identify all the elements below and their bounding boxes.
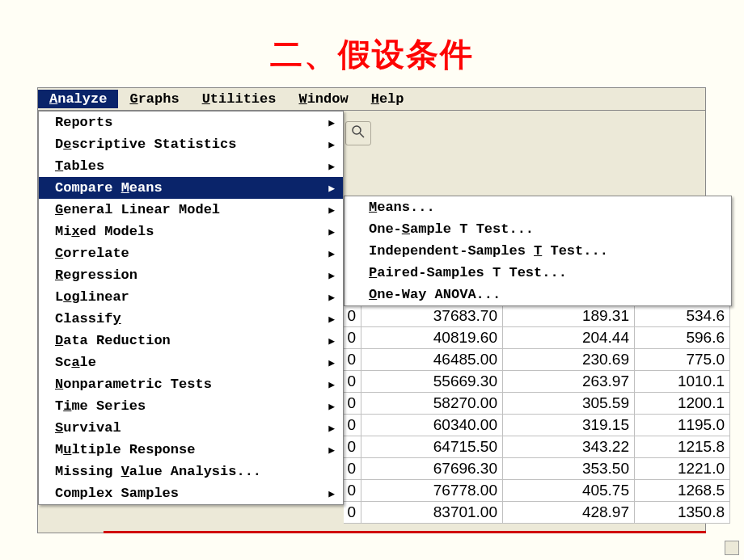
menu-item-survival[interactable]: Survival ▶ — [39, 417, 343, 439]
menu-item-reports[interactable]: Reports ▶ — [39, 112, 343, 133]
cell[interactable]: 67696.30 — [361, 458, 503, 480]
cell[interactable]: 64715.50 — [361, 436, 503, 458]
menu-label: Means... — [369, 200, 435, 215]
cell[interactable]: 60340.00 — [361, 415, 503, 436]
menu-item-mixed[interactable]: Mixed Models ▶ — [39, 221, 343, 242]
cell[interactable]: 230.69 — [503, 349, 635, 371]
table-row: 0 83701.00 428.97 1350.8 — [344, 502, 730, 524]
cell[interactable]: 204.44 — [503, 327, 635, 349]
submenu-arrow-icon: ▶ — [328, 444, 335, 457]
cell[interactable]: 775.0 — [635, 349, 730, 371]
menu-item-multiple-response[interactable]: Multiple Response ▶ — [39, 439, 343, 461]
menu-label: Classify — [55, 311, 121, 326]
menu-item-tables[interactable]: Tables ▶ — [39, 155, 343, 177]
cell[interactable]: 0 — [344, 393, 361, 415]
table-row: 0 55669.30 263.97 1010.1 — [344, 371, 730, 393]
table-row: 0 76778.00 405.75 1268.5 — [344, 480, 730, 502]
menu-window[interactable]: Window — [287, 90, 359, 108]
submenu-item-one-sample-t[interactable]: One-Sample T Test... — [345, 218, 731, 240]
cell[interactable]: 0 — [344, 305, 361, 327]
menu-label: One-Way ANOVA... — [369, 287, 501, 302]
menu-label: Loglinear — [55, 289, 129, 305]
cell[interactable]: 428.97 — [503, 502, 635, 524]
submenu-item-independent-t[interactable]: Independent-Samples T Test... — [345, 240, 731, 262]
table-row: 0 46485.00 230.69 775.0 — [344, 349, 730, 371]
cell[interactable]: 58270.00 — [361, 393, 503, 415]
menu-item-complex-samples[interactable]: Complex Samples ▶ — [39, 482, 343, 504]
cell[interactable]: 37683.70 — [361, 305, 503, 327]
menu-item-scale[interactable]: Scale ▶ — [39, 352, 343, 373]
submenu-arrow-icon: ▶ — [328, 160, 335, 173]
menu-item-time-series[interactable]: Time Series ▶ — [39, 395, 343, 417]
menu-item-nonparametric[interactable]: Nonparametric Tests ▶ — [39, 373, 343, 395]
menu-item-correlate[interactable]: Correlate ▶ — [39, 242, 343, 264]
menu-item-missing-value[interactable]: Missing Value Analysis... — [39, 461, 343, 482]
submenu-arrow-icon: ▶ — [328, 204, 335, 217]
divider-line — [104, 531, 706, 533]
menu-item-classify[interactable]: Classify ▶ — [39, 308, 343, 330]
compare-means-submenu: Means... One-Sample T Test... Independen… — [344, 196, 732, 306]
menu-item-loglinear[interactable]: Loglinear ▶ — [39, 286, 343, 308]
menu-label: Tables — [55, 158, 104, 174]
menu-item-glm[interactable]: General Linear Model ▶ — [39, 199, 343, 221]
cell[interactable]: 46485.00 — [361, 349, 503, 371]
submenu-arrow-icon: ▶ — [328, 225, 335, 238]
cell[interactable]: 596.6 — [635, 327, 730, 349]
menu-label: Paired-Samples T Test... — [369, 265, 567, 280]
cell[interactable]: 353.50 — [503, 458, 635, 480]
toolbar — [345, 119, 371, 148]
menu-help[interactable]: Help — [360, 90, 416, 108]
search-icon — [351, 124, 366, 143]
cell[interactable]: 55669.30 — [361, 371, 503, 393]
table-row: 0 60340.00 319.15 1195.0 — [344, 415, 730, 436]
cell[interactable]: 0 — [344, 458, 361, 480]
table-row: 0 67696.30 353.50 1221.0 — [344, 458, 730, 480]
submenu-item-means[interactable]: Means... — [345, 196, 731, 218]
cell[interactable]: 534.6 — [635, 305, 730, 327]
cell[interactable]: 1268.5 — [635, 480, 730, 502]
cell[interactable]: 343.22 — [503, 436, 635, 458]
cell[interactable]: 1221.0 — [635, 458, 730, 480]
menu-label: Multiple Response — [55, 442, 195, 457]
svg-point-0 — [353, 126, 361, 134]
cell[interactable]: 76778.00 — [361, 480, 503, 502]
menu-item-regression[interactable]: Regression ▶ — [39, 264, 343, 286]
data-grid: 0 37683.70 189.31 534.6 0 40819.60 204.4… — [344, 305, 730, 524]
cell[interactable]: 1010.1 — [635, 371, 730, 393]
cell[interactable]: 0 — [344, 502, 361, 524]
menu-label: Data Reduction — [55, 333, 171, 348]
cell[interactable]: 0 — [344, 327, 361, 349]
table-row: 0 58270.00 305.59 1200.1 — [344, 393, 730, 415]
cell[interactable]: 83701.00 — [361, 502, 503, 524]
toolbar-button[interactable] — [345, 121, 371, 145]
menu-analyze[interactable]: Analyze — [38, 90, 118, 108]
cell[interactable]: 0 — [344, 415, 361, 436]
menu-item-descriptive[interactable]: Descriptive Statistics ▶ — [39, 133, 343, 155]
cell[interactable]: 1195.0 — [635, 415, 730, 436]
cell[interactable]: 0 — [344, 436, 361, 458]
menu-item-data-reduction[interactable]: Data Reduction ▶ — [39, 330, 343, 352]
menu-graphs[interactable]: Graphs — [118, 90, 190, 108]
menu-label: Complex Samples — [55, 486, 179, 501]
table-row: 0 64715.50 343.22 1215.8 — [344, 436, 730, 458]
cell[interactable]: 0 — [344, 371, 361, 393]
cell[interactable]: 263.97 — [503, 371, 635, 393]
cell[interactable]: 0 — [344, 480, 361, 502]
cell[interactable]: 1350.8 — [635, 502, 730, 524]
submenu-arrow-icon: ▶ — [328, 400, 335, 413]
cell[interactable]: 319.15 — [503, 415, 635, 436]
menu-label: Missing Value Analysis... — [55, 464, 261, 479]
cell[interactable]: 189.31 — [503, 305, 635, 327]
cell[interactable]: 40819.60 — [361, 327, 503, 349]
cell[interactable]: 405.75 — [503, 480, 635, 502]
menu-utilities[interactable]: Utilities — [191, 90, 288, 108]
submenu-item-oneway-anova[interactable]: One-Way ANOVA... — [345, 284, 731, 305]
submenu-arrow-icon: ▶ — [328, 313, 335, 326]
submenu-item-paired-t[interactable]: Paired-Samples T Test... — [345, 262, 731, 284]
menu-item-compare-means[interactable]: Compare Means ▶ — [39, 177, 343, 199]
cell[interactable]: 305.59 — [503, 393, 635, 415]
cell[interactable]: 0 — [344, 349, 361, 371]
menu-label: Correlate — [55, 246, 129, 261]
cell[interactable]: 1215.8 — [635, 436, 730, 458]
cell[interactable]: 1200.1 — [635, 393, 730, 415]
